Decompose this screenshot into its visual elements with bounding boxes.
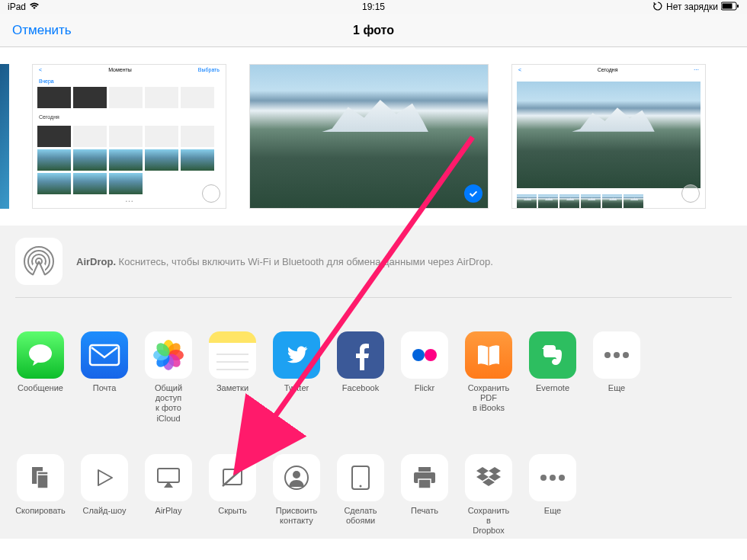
nav-bar: Отменить 1 фото xyxy=(0,14,747,47)
svg-point-21 xyxy=(412,349,425,361)
more-icon xyxy=(593,331,640,379)
share-app-facebook[interactable]: Facebook xyxy=(337,331,384,424)
battery-icon xyxy=(721,2,739,13)
share-sheet: AirDrop. Коснитесь, чтобы включить Wi-Fi… xyxy=(0,226,747,539)
photo-strip[interactable]: <МоментыВыбрать Вчера Сегодня • • • <Сег… xyxy=(0,47,747,226)
evernote-icon xyxy=(529,331,576,379)
share-app-notes[interactable]: Заметки xyxy=(209,331,256,424)
selection-check-icon[interactable] xyxy=(464,184,483,203)
action-print[interactable]: Печать xyxy=(401,454,448,536)
action-hide[interactable]: Скрыть xyxy=(209,454,256,536)
svg-rect-1 xyxy=(737,5,739,8)
airdrop-section[interactable]: AirDrop. Коснитесь, чтобы включить Wi-Fi… xyxy=(0,226,747,297)
dropbox-icon xyxy=(465,454,512,501)
svg-line-28 xyxy=(223,469,242,486)
photo-thumbnail-selected[interactable] xyxy=(249,64,489,209)
share-app-evernote[interactable]: Evernote xyxy=(529,331,576,424)
photo-thumbnail[interactable]: <Сегодня⋯ xyxy=(511,64,706,209)
share-app-ibooks[interactable]: Сохранить PDF в iBooks xyxy=(465,331,512,424)
selection-circle[interactable] xyxy=(681,184,700,203)
action-assign-contact[interactable]: Присвоить контакту xyxy=(273,454,320,536)
selection-circle[interactable] xyxy=(202,184,220,203)
svg-point-38 xyxy=(559,475,565,481)
share-app-flickr[interactable]: Flickr xyxy=(401,331,448,424)
more-icon xyxy=(529,454,576,501)
airdrop-text: AirDrop. Коснитесь, чтобы включить Wi-Fi… xyxy=(76,256,493,267)
messages-icon xyxy=(17,331,64,379)
share-app-icloud-photos[interactable]: Общий доступ к фото iCloud xyxy=(145,331,192,424)
svg-point-24 xyxy=(614,352,620,358)
status-left: iPad xyxy=(8,2,40,12)
svg-point-23 xyxy=(604,352,611,358)
ibooks-icon xyxy=(465,331,512,379)
flickr-icon xyxy=(401,331,448,379)
airplay-icon xyxy=(145,454,192,501)
facebook-icon xyxy=(337,331,384,379)
wifi-icon xyxy=(29,2,40,12)
page-title: 1 фото xyxy=(353,24,394,37)
wallpaper-icon xyxy=(337,454,384,501)
svg-point-30 xyxy=(293,471,300,478)
sync-icon xyxy=(652,1,663,14)
svg-rect-26 xyxy=(158,469,179,482)
share-app-twitter[interactable]: Twitter xyxy=(273,331,320,424)
print-icon xyxy=(401,454,448,501)
svg-point-25 xyxy=(623,352,629,358)
battery-text: Нет зарядки xyxy=(666,2,718,12)
twitter-icon xyxy=(273,331,320,379)
svg-point-32 xyxy=(360,485,362,487)
svg-point-37 xyxy=(550,475,556,481)
mail-icon xyxy=(81,331,128,379)
cancel-button[interactable]: Отменить xyxy=(12,23,72,38)
action-airplay[interactable]: AirPlay xyxy=(145,454,192,536)
svg-rect-33 xyxy=(418,467,431,472)
status-time: 19:15 xyxy=(362,2,385,12)
share-app-more[interactable]: Еще xyxy=(593,331,640,424)
action-copy[interactable]: Скопировать xyxy=(17,454,64,536)
play-icon xyxy=(81,454,128,501)
device-name: iPad xyxy=(8,2,26,12)
status-right: Нет зарядки xyxy=(652,1,739,14)
contact-icon xyxy=(273,454,320,501)
action-more[interactable]: Еще xyxy=(529,454,576,536)
svg-point-22 xyxy=(425,349,437,361)
share-app-messages[interactable]: Сообщение xyxy=(17,331,64,424)
svg-rect-2 xyxy=(723,3,733,8)
svg-point-8 xyxy=(29,344,52,363)
airdrop-icon xyxy=(15,238,63,285)
svg-point-36 xyxy=(540,475,547,481)
photo-thumbnail-partial[interactable] xyxy=(0,64,9,209)
svg-rect-9 xyxy=(90,345,119,365)
photo-thumbnail[interactable]: <МоментыВыбрать Вчера Сегодня • • • xyxy=(32,64,226,209)
hide-icon xyxy=(209,454,256,501)
svg-rect-35 xyxy=(418,479,431,488)
share-actions-row[interactable]: Скопировать Слайд-шоу AirPlay Скрыть При xyxy=(0,443,747,539)
share-app-mail[interactable]: Почта xyxy=(81,331,128,424)
share-apps-row[interactable]: Сообщение Почта Общий д xyxy=(0,321,747,427)
action-wallpaper[interactable]: Сделать обоями xyxy=(337,454,384,536)
copy-icon xyxy=(17,454,64,501)
action-slideshow[interactable]: Слайд-шоу xyxy=(81,454,128,536)
action-dropbox[interactable]: Сохранить в Dropbox xyxy=(465,454,512,536)
notes-icon xyxy=(209,331,256,379)
status-bar: iPad 19:15 Нет зарядки xyxy=(0,0,747,14)
photos-icon xyxy=(145,331,192,379)
